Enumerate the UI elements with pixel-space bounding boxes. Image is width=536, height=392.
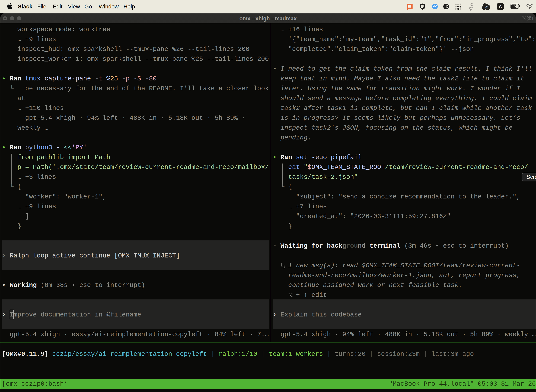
svg-text:..61: ..61 xyxy=(484,6,489,9)
svg-text:A: A xyxy=(498,4,502,9)
svg-text:1: 1 xyxy=(531,16,533,21)
